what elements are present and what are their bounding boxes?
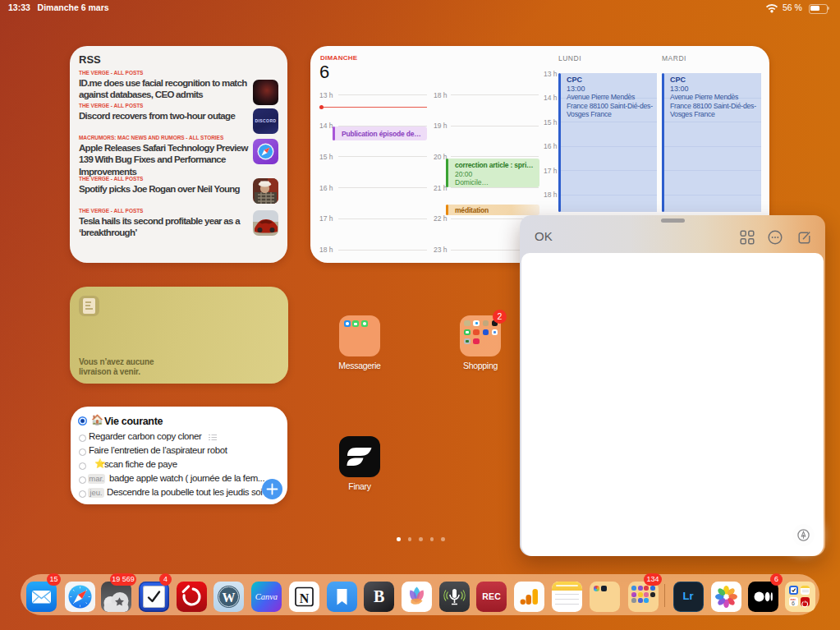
svg-text:N: N [299, 591, 309, 605]
svg-text:W: W [222, 591, 235, 605]
